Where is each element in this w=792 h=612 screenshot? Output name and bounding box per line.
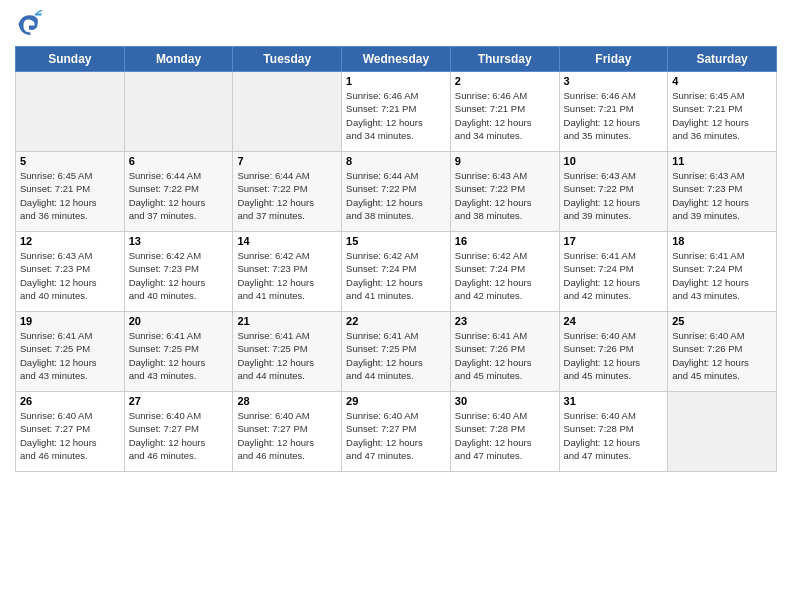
day-info: Sunrise: 6:45 AM Sunset: 7:21 PM Dayligh… [672, 89, 772, 142]
calendar-cell: 18Sunrise: 6:41 AM Sunset: 7:24 PM Dayli… [668, 232, 777, 312]
day-info: Sunrise: 6:40 AM Sunset: 7:26 PM Dayligh… [672, 329, 772, 382]
weekday-header: Saturday [668, 47, 777, 72]
calendar-cell: 2Sunrise: 6:46 AM Sunset: 7:21 PM Daylig… [450, 72, 559, 152]
calendar-cell: 30Sunrise: 6:40 AM Sunset: 7:28 PM Dayli… [450, 392, 559, 472]
day-info: Sunrise: 6:44 AM Sunset: 7:22 PM Dayligh… [129, 169, 229, 222]
day-info: Sunrise: 6:44 AM Sunset: 7:22 PM Dayligh… [237, 169, 337, 222]
day-info: Sunrise: 6:41 AM Sunset: 7:25 PM Dayligh… [346, 329, 446, 382]
day-number: 10 [564, 155, 664, 167]
day-info: Sunrise: 6:44 AM Sunset: 7:22 PM Dayligh… [346, 169, 446, 222]
day-number: 26 [20, 395, 120, 407]
day-info: Sunrise: 6:40 AM Sunset: 7:28 PM Dayligh… [455, 409, 555, 462]
calendar-cell: 4Sunrise: 6:45 AM Sunset: 7:21 PM Daylig… [668, 72, 777, 152]
day-info: Sunrise: 6:40 AM Sunset: 7:27 PM Dayligh… [20, 409, 120, 462]
day-number: 4 [672, 75, 772, 87]
calendar-cell: 8Sunrise: 6:44 AM Sunset: 7:22 PM Daylig… [342, 152, 451, 232]
calendar-table: SundayMondayTuesdayWednesdayThursdayFrid… [15, 46, 777, 472]
day-number: 19 [20, 315, 120, 327]
weekday-header: Wednesday [342, 47, 451, 72]
day-info: Sunrise: 6:43 AM Sunset: 7:22 PM Dayligh… [564, 169, 664, 222]
weekday-header-row: SundayMondayTuesdayWednesdayThursdayFrid… [16, 47, 777, 72]
day-info: Sunrise: 6:42 AM Sunset: 7:24 PM Dayligh… [346, 249, 446, 302]
logo [15, 10, 47, 38]
calendar-cell: 23Sunrise: 6:41 AM Sunset: 7:26 PM Dayli… [450, 312, 559, 392]
day-number: 31 [564, 395, 664, 407]
day-number: 7 [237, 155, 337, 167]
day-number: 20 [129, 315, 229, 327]
calendar-cell: 25Sunrise: 6:40 AM Sunset: 7:26 PM Dayli… [668, 312, 777, 392]
weekday-header: Tuesday [233, 47, 342, 72]
page-header [15, 10, 777, 38]
calendar-cell: 21Sunrise: 6:41 AM Sunset: 7:25 PM Dayli… [233, 312, 342, 392]
day-number: 9 [455, 155, 555, 167]
day-number: 6 [129, 155, 229, 167]
day-number: 27 [129, 395, 229, 407]
calendar-cell: 9Sunrise: 6:43 AM Sunset: 7:22 PM Daylig… [450, 152, 559, 232]
calendar-week-row: 19Sunrise: 6:41 AM Sunset: 7:25 PM Dayli… [16, 312, 777, 392]
calendar-cell: 24Sunrise: 6:40 AM Sunset: 7:26 PM Dayli… [559, 312, 668, 392]
day-number: 15 [346, 235, 446, 247]
day-number: 24 [564, 315, 664, 327]
day-number: 17 [564, 235, 664, 247]
day-info: Sunrise: 6:45 AM Sunset: 7:21 PM Dayligh… [20, 169, 120, 222]
day-number: 30 [455, 395, 555, 407]
day-info: Sunrise: 6:40 AM Sunset: 7:27 PM Dayligh… [129, 409, 229, 462]
calendar-cell: 11Sunrise: 6:43 AM Sunset: 7:23 PM Dayli… [668, 152, 777, 232]
day-number: 5 [20, 155, 120, 167]
day-info: Sunrise: 6:46 AM Sunset: 7:21 PM Dayligh… [346, 89, 446, 142]
day-number: 1 [346, 75, 446, 87]
day-info: Sunrise: 6:43 AM Sunset: 7:23 PM Dayligh… [672, 169, 772, 222]
calendar-cell: 3Sunrise: 6:46 AM Sunset: 7:21 PM Daylig… [559, 72, 668, 152]
calendar-cell [668, 392, 777, 472]
day-number: 3 [564, 75, 664, 87]
calendar-cell: 1Sunrise: 6:46 AM Sunset: 7:21 PM Daylig… [342, 72, 451, 152]
calendar-cell [16, 72, 125, 152]
calendar-cell: 31Sunrise: 6:40 AM Sunset: 7:28 PM Dayli… [559, 392, 668, 472]
calendar-cell: 13Sunrise: 6:42 AM Sunset: 7:23 PM Dayli… [124, 232, 233, 312]
calendar-cell: 29Sunrise: 6:40 AM Sunset: 7:27 PM Dayli… [342, 392, 451, 472]
day-info: Sunrise: 6:41 AM Sunset: 7:25 PM Dayligh… [20, 329, 120, 382]
calendar-cell: 17Sunrise: 6:41 AM Sunset: 7:24 PM Dayli… [559, 232, 668, 312]
day-number: 25 [672, 315, 772, 327]
calendar-cell: 6Sunrise: 6:44 AM Sunset: 7:22 PM Daylig… [124, 152, 233, 232]
calendar-cell: 7Sunrise: 6:44 AM Sunset: 7:22 PM Daylig… [233, 152, 342, 232]
day-number: 11 [672, 155, 772, 167]
calendar-cell: 16Sunrise: 6:42 AM Sunset: 7:24 PM Dayli… [450, 232, 559, 312]
calendar-cell: 12Sunrise: 6:43 AM Sunset: 7:23 PM Dayli… [16, 232, 125, 312]
day-number: 12 [20, 235, 120, 247]
day-number: 22 [346, 315, 446, 327]
calendar-cell: 14Sunrise: 6:42 AM Sunset: 7:23 PM Dayli… [233, 232, 342, 312]
day-info: Sunrise: 6:42 AM Sunset: 7:23 PM Dayligh… [129, 249, 229, 302]
day-number: 16 [455, 235, 555, 247]
day-number: 18 [672, 235, 772, 247]
calendar-cell: 19Sunrise: 6:41 AM Sunset: 7:25 PM Dayli… [16, 312, 125, 392]
day-info: Sunrise: 6:40 AM Sunset: 7:27 PM Dayligh… [237, 409, 337, 462]
day-number: 23 [455, 315, 555, 327]
day-info: Sunrise: 6:42 AM Sunset: 7:24 PM Dayligh… [455, 249, 555, 302]
calendar-cell: 15Sunrise: 6:42 AM Sunset: 7:24 PM Dayli… [342, 232, 451, 312]
day-info: Sunrise: 6:43 AM Sunset: 7:23 PM Dayligh… [20, 249, 120, 302]
day-info: Sunrise: 6:46 AM Sunset: 7:21 PM Dayligh… [455, 89, 555, 142]
day-number: 21 [237, 315, 337, 327]
day-number: 29 [346, 395, 446, 407]
day-info: Sunrise: 6:46 AM Sunset: 7:21 PM Dayligh… [564, 89, 664, 142]
day-info: Sunrise: 6:41 AM Sunset: 7:26 PM Dayligh… [455, 329, 555, 382]
calendar-week-row: 5Sunrise: 6:45 AM Sunset: 7:21 PM Daylig… [16, 152, 777, 232]
calendar-cell: 27Sunrise: 6:40 AM Sunset: 7:27 PM Dayli… [124, 392, 233, 472]
calendar-week-row: 1Sunrise: 6:46 AM Sunset: 7:21 PM Daylig… [16, 72, 777, 152]
day-number: 14 [237, 235, 337, 247]
calendar-cell: 20Sunrise: 6:41 AM Sunset: 7:25 PM Dayli… [124, 312, 233, 392]
calendar-cell [233, 72, 342, 152]
weekday-header: Thursday [450, 47, 559, 72]
day-number: 28 [237, 395, 337, 407]
weekday-header: Friday [559, 47, 668, 72]
day-info: Sunrise: 6:40 AM Sunset: 7:26 PM Dayligh… [564, 329, 664, 382]
day-info: Sunrise: 6:42 AM Sunset: 7:23 PM Dayligh… [237, 249, 337, 302]
weekday-header: Sunday [16, 47, 125, 72]
day-number: 2 [455, 75, 555, 87]
calendar-cell [124, 72, 233, 152]
calendar-week-row: 12Sunrise: 6:43 AM Sunset: 7:23 PM Dayli… [16, 232, 777, 312]
calendar-week-row: 26Sunrise: 6:40 AM Sunset: 7:27 PM Dayli… [16, 392, 777, 472]
day-info: Sunrise: 6:41 AM Sunset: 7:24 PM Dayligh… [564, 249, 664, 302]
weekday-header: Monday [124, 47, 233, 72]
